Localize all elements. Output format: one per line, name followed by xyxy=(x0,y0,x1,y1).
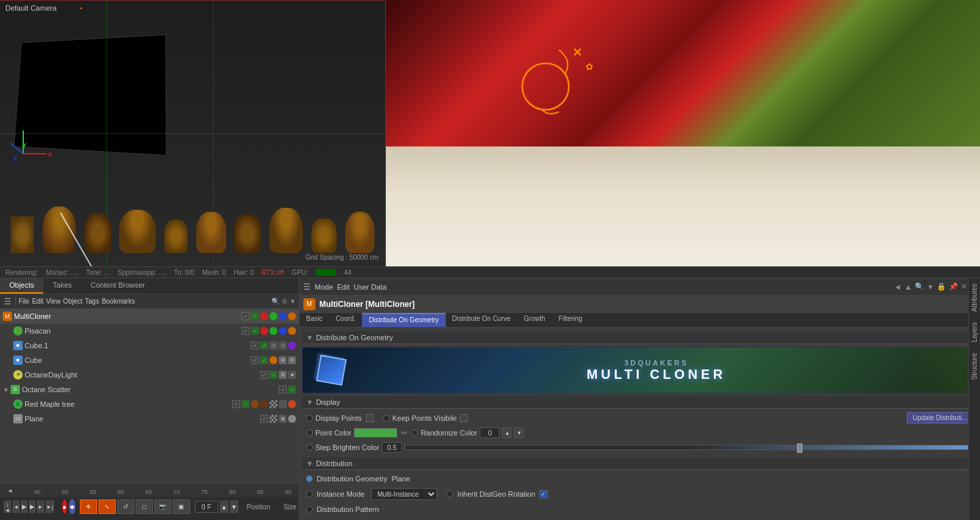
size-label: Size xyxy=(283,503,296,511)
list-item[interactable]: ■ Cube.1 ✓ ✓ ? ? xyxy=(0,338,299,353)
list-item[interactable]: 🌿 Pisacan ✓ ✓ xyxy=(0,324,299,338)
right-viewport[interactable]: ✕ ✿ xyxy=(386,0,980,266)
object-list: M MultiCloner ✓ ✓ 🌿 Pisacan xyxy=(0,309,299,483)
keyframe-btn[interactable]: ◆ xyxy=(69,499,75,514)
side-tab-attributes[interactable]: Attributes xyxy=(969,278,980,317)
camera-tool[interactable]: 📷 xyxy=(154,499,172,514)
tab-distribute-geometry[interactable]: Distribute On Geometry xyxy=(362,313,445,327)
mode-menu[interactable]: Mode xyxy=(315,283,333,291)
select-tool[interactable]: ◻ xyxy=(136,499,153,514)
edit-menu[interactable]: Edit xyxy=(32,298,43,305)
tab-growth[interactable]: Growth xyxy=(517,313,552,327)
point-color-radio[interactable] xyxy=(306,429,313,436)
list-item[interactable]: ▭ Plane ✓ ▦ xyxy=(0,411,299,426)
filter-icon: ▼ xyxy=(289,298,296,305)
keep-points-checkbox[interactable] xyxy=(460,414,468,422)
display-section-arrow-icon: ▼ xyxy=(306,398,313,406)
randomize-down-btn[interactable]: ▼ xyxy=(514,427,524,438)
time-value: Time: ... xyxy=(86,269,110,276)
dist-geo-radio[interactable] xyxy=(306,475,313,482)
left-viewport[interactable]: Default Camera • X Y Z xyxy=(0,0,386,266)
props-menu-btn[interactable]: ☰ xyxy=(303,282,311,292)
props-title-text: MultiCloner [MultiCloner] xyxy=(319,300,414,309)
banner-brand: 3DQUAKERS xyxy=(624,359,688,367)
view-menu[interactable]: View xyxy=(46,298,61,305)
obj-name-maple: Red Maple tree xyxy=(25,400,232,408)
side-tabs-panel: Attributes Layers Structure xyxy=(968,278,980,520)
side-tab-structure[interactable]: Structure xyxy=(969,348,980,386)
tab-objects[interactable]: Objects xyxy=(0,278,43,294)
tab-content-browser[interactable]: Content Browser xyxy=(81,278,154,294)
randomize-up-btn[interactable]: ▲ xyxy=(502,427,512,438)
tab-basic[interactable]: Basic xyxy=(299,313,329,327)
record-btn[interactable]: ● xyxy=(62,499,67,514)
update-distribution-btn[interactable]: Update Distributi... xyxy=(907,412,973,423)
frame-input[interactable] xyxy=(195,501,218,513)
render-tool[interactable]: ▣ xyxy=(173,499,190,514)
list-item[interactable]: 🌲 Red Maple tree ✓ ✓ xyxy=(0,397,299,411)
side-tab-layers[interactable]: Layers xyxy=(969,317,980,348)
color-edit-btn[interactable]: ✏ xyxy=(400,429,408,437)
dist-pattern-row: Distribution Pattern xyxy=(302,502,977,517)
banner-product: MULTI CLONER xyxy=(587,367,727,382)
props-title-bar: M MultiCloner [MultiCloner] xyxy=(299,296,980,313)
rotate-tool[interactable]: ↺ xyxy=(117,499,134,514)
instance-radio[interactable] xyxy=(306,491,313,497)
pin-icon: 📌 xyxy=(949,282,958,291)
play-back-btn[interactable]: ▶ xyxy=(21,501,27,513)
step-brighten-label: Step Brighten Color xyxy=(315,443,379,451)
go-start-btn[interactable]: |◄ xyxy=(4,501,11,513)
instance-mode-select[interactable]: Multi-Instance Single Instance xyxy=(371,488,437,500)
distribution-section-header[interactable]: ▼ Distribution xyxy=(302,457,977,470)
keep-points-radio[interactable] xyxy=(383,415,390,421)
file-menu[interactable]: File xyxy=(19,298,29,305)
dist-geo-value: Plane xyxy=(391,475,410,483)
tab-distribute-curve[interactable]: Distribute On Curve xyxy=(446,313,518,327)
randomize-color-input[interactable] xyxy=(480,427,500,438)
go-end-btn[interactable]: ►| xyxy=(46,501,54,513)
obj-name-multicloner: MultiCloner xyxy=(14,312,242,320)
point-color-label: Point Color xyxy=(315,429,351,437)
randomize-color-radio[interactable] xyxy=(411,429,418,436)
step-brighten-input[interactable] xyxy=(382,442,402,453)
scatter-expand-icon: ▼ xyxy=(3,386,9,393)
nav-up-btn[interactable]: ▲ xyxy=(904,282,912,292)
bookmarks-menu[interactable]: Bookmarks xyxy=(102,298,135,305)
list-item[interactable]: ☀ OctaneDayLight ✓ ✓ ⚙ ✦ xyxy=(0,368,299,382)
tab-filtering[interactable]: Filtering xyxy=(552,313,589,327)
list-item[interactable]: ▼ S Octane Scatter ✓ ✓ xyxy=(0,382,299,397)
scale-tool[interactable]: ⤡ xyxy=(98,499,116,514)
object-menu[interactable]: Object xyxy=(63,298,82,305)
cube2-icon: ■ xyxy=(13,356,23,365)
tags-menu[interactable]: Tags xyxy=(85,298,99,305)
point-color-swatch[interactable] xyxy=(354,428,397,437)
tab-takes[interactable]: Takes xyxy=(43,278,81,294)
distribute-section-header[interactable]: ▼ Distribute On Geometry xyxy=(302,332,977,344)
decrement-btn[interactable]: ▼ xyxy=(230,501,238,513)
display-points-radio[interactable] xyxy=(306,415,313,421)
display-points-checkbox[interactable] xyxy=(366,414,374,422)
move-tool[interactable]: ✛ xyxy=(80,499,97,514)
tab-coord[interactable]: Coord. xyxy=(329,313,362,327)
dist-pattern-radio[interactable] xyxy=(306,506,313,513)
step-fwd-btn[interactable]: ► xyxy=(37,501,44,513)
user-data-menu[interactable]: User Data xyxy=(354,283,387,291)
step-brighten-radio[interactable] xyxy=(306,444,313,451)
search-icon: 🔍 xyxy=(271,298,279,305)
play-btn[interactable]: ▶ xyxy=(29,501,35,513)
display-section-header[interactable]: ▼ Display xyxy=(302,396,977,409)
list-item[interactable]: ■ Cube ✓ ✓ ⚙ ⚙ xyxy=(0,353,299,368)
menu-btn[interactable]: ☰ xyxy=(3,297,13,306)
list-item[interactable]: M MultiCloner ✓ ✓ xyxy=(0,309,299,324)
obj-name-cube1: Cube.1 xyxy=(25,342,251,350)
axis-gizmo: X Y Z xyxy=(13,143,53,170)
step-brighten-slider[interactable] xyxy=(405,445,973,450)
increment-btn[interactable]: ▲ xyxy=(220,501,228,513)
nav-back-btn[interactable]: ◄ xyxy=(894,282,901,292)
inherit-rotation-radio[interactable] xyxy=(446,491,453,497)
randomize-color-label: Randomize Color xyxy=(420,429,477,437)
svg-text:✕: ✕ xyxy=(572,46,582,59)
inherit-rotation-checkbox[interactable]: ✓ xyxy=(540,490,548,498)
step-back-btn[interactable]: ◄ xyxy=(13,501,19,513)
edit-menu-props[interactable]: Edit xyxy=(337,283,350,291)
